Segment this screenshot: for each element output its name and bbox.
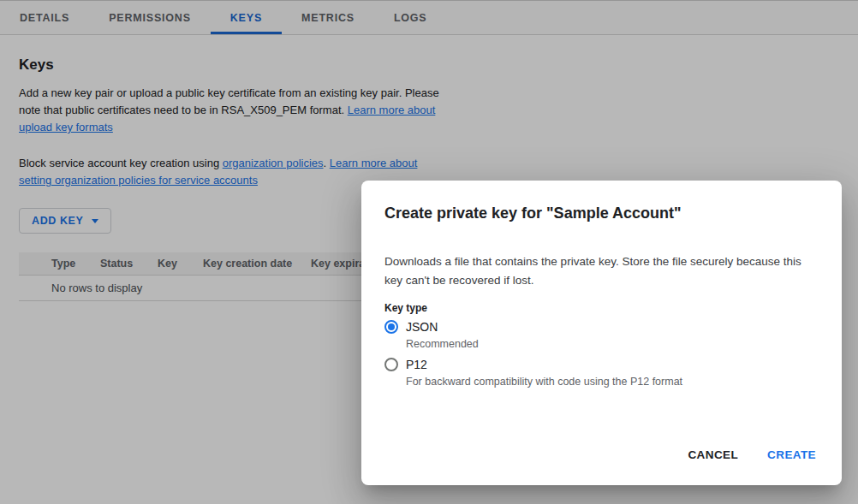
radio-p12-label: P12 xyxy=(406,358,427,371)
dialog-description: Downloads a file that contains the priva… xyxy=(384,252,818,290)
create-private-key-dialog: Create private key for "Sample Account" … xyxy=(361,181,842,485)
create-button[interactable]: CREATE xyxy=(766,443,818,466)
radio-json-description: Recommended xyxy=(406,338,818,350)
dialog-title: Create private key for "Sample Account" xyxy=(384,203,818,223)
cancel-button[interactable]: CANCEL xyxy=(686,443,740,466)
radio-json-icon[interactable] xyxy=(384,320,398,334)
key-type-label: Key type xyxy=(384,302,818,314)
key-type-option-p12[interactable]: P12 xyxy=(384,358,818,371)
dialog-actions: CANCEL CREATE xyxy=(686,443,818,466)
radio-p12-description: For backward compatibility with code usi… xyxy=(406,376,818,388)
radio-json-label: JSON xyxy=(406,320,438,334)
radio-p12-icon[interactable] xyxy=(384,358,398,371)
key-type-option-json[interactable]: JSON xyxy=(384,320,818,334)
